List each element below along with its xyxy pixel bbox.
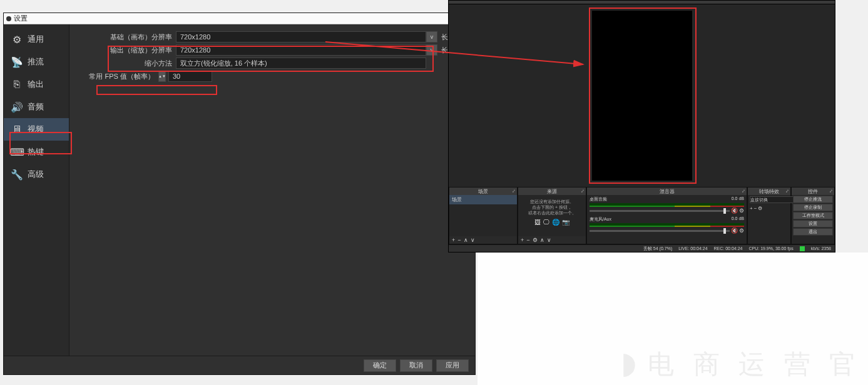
transitions-panel: 转场特效⤢ ▾ + − ⚙ bbox=[747, 187, 791, 244]
fps-row: 常用 FPS 值（帧率） ▲▼ bbox=[77, 70, 470, 82]
remove-icon[interactable]: − bbox=[526, 237, 529, 243]
status-live: LIVE: 00:04:24 bbox=[678, 246, 707, 251]
monitor-icon: 🖵 bbox=[543, 218, 549, 226]
volume-slider[interactable] bbox=[590, 210, 730, 212]
sidebar-label: 音频 bbox=[28, 101, 44, 112]
image-icon: 🖼 bbox=[534, 218, 541, 226]
globe-icon: 🌐 bbox=[552, 218, 559, 226]
downscale-input[interactable] bbox=[176, 58, 426, 69]
controls-body: 停止推流 停止录制 工作室模式 设置 退出 bbox=[792, 195, 834, 244]
mute-icon[interactable]: 🔇 bbox=[731, 228, 738, 234]
status-dropped: 丢帧 54 (0.7%) bbox=[643, 246, 672, 252]
sidebar-label: 视频 bbox=[28, 124, 44, 135]
apply-button[interactable]: 应用 bbox=[436, 359, 469, 372]
transitions-body: ▾ + − ⚙ bbox=[748, 195, 790, 244]
status-cpu: CPU: 19.9%, 30.00 fps bbox=[748, 246, 793, 251]
remove-icon[interactable]: − bbox=[754, 206, 757, 211]
sidebar-item-general[interactable]: ⚙ 通用 bbox=[4, 28, 69, 51]
sidebar-label: 高级 bbox=[28, 169, 44, 180]
monitor-icon: 🖥 bbox=[10, 124, 24, 135]
audio-meter bbox=[590, 203, 744, 207]
sidebar-item-stream[interactable]: 📡 推流 bbox=[4, 51, 69, 73]
ok-button[interactable]: 确定 bbox=[364, 359, 396, 372]
mixer-header: 混音器⤢ bbox=[587, 188, 747, 195]
controls-panel: 控件⤢ 停止推流 停止录制 工作室模式 设置 退出 bbox=[791, 187, 835, 244]
camera-icon: 📷 bbox=[562, 218, 569, 226]
status-bar: 丢帧 54 (0.7%) LIVE: 00:04:24 REC: 00:04:2… bbox=[449, 244, 835, 252]
cancel-button[interactable]: 取消 bbox=[400, 359, 432, 372]
gear-icon[interactable]: ⚙ bbox=[533, 237, 538, 243]
sidebar-item-audio[interactable]: 🔊 音频 bbox=[4, 96, 69, 118]
gear-icon[interactable]: ⚙ bbox=[739, 228, 744, 234]
add-icon[interactable]: + bbox=[452, 237, 455, 243]
output-res-label: 输出（缩放）分辨率 bbox=[94, 46, 176, 55]
sidebar-label: 热键 bbox=[28, 146, 44, 158]
sidebar-item-hotkeys[interactable]: ⌨ 热键 bbox=[4, 141, 69, 163]
scenes-panel: 场景⤢ 场景 + − ∧ ∨ bbox=[449, 187, 518, 244]
sources-panel: 来源⤢ 您还没有添加任何源。 点击下面的 + 按钮， 或者右击此处添加一个。 🖼… bbox=[518, 187, 586, 244]
sources-body[interactable]: 您还没有添加任何源。 点击下面的 + 按钮， 或者右击此处添加一个。 🖼 🖵 🌐… bbox=[518, 195, 586, 236]
scenes-header: 场景⤢ bbox=[449, 188, 517, 195]
volume-slider[interactable] bbox=[590, 230, 730, 232]
settings-footer: 确定 取消 应用 bbox=[4, 356, 475, 374]
mixer-track-mic: 麦克风/Aux 0.0 dB 🔇 ⚙ bbox=[587, 215, 747, 235]
base-res-input[interactable] bbox=[176, 31, 426, 42]
open-settings-button[interactable]: 设置 bbox=[793, 220, 833, 228]
studio-mode-button[interactable]: 工作室模式 bbox=[793, 212, 833, 219]
highlight-preview bbox=[589, 8, 697, 184]
down-icon[interactable]: ∨ bbox=[547, 237, 551, 243]
stop-record-button[interactable]: 停止录制 bbox=[793, 204, 833, 211]
fps-label: 常用 FPS 值（帧率） bbox=[77, 72, 158, 81]
preview-area[interactable] bbox=[449, 4, 835, 187]
downscale-row: 缩小方法 bbox=[94, 57, 470, 69]
add-icon[interactable]: + bbox=[750, 206, 753, 211]
output-resolution-row: 输出（缩放）分辨率 v 长宽 bbox=[94, 44, 470, 56]
stop-stream-button[interactable]: 停止推流 bbox=[793, 196, 833, 203]
expand-icon[interactable]: ⤢ bbox=[581, 189, 585, 194]
gear-icon[interactable]: ⚙ bbox=[739, 208, 744, 214]
expand-icon[interactable]: ⤢ bbox=[512, 189, 516, 194]
scene-item[interactable]: 场景 bbox=[449, 195, 517, 204]
gear-icon: ⚙ bbox=[10, 34, 24, 46]
output-res-input[interactable] bbox=[176, 44, 426, 56]
expand-icon[interactable]: ⤢ bbox=[829, 189, 833, 194]
spinner-icon[interactable]: ▲▼ bbox=[158, 71, 166, 82]
sidebar-label: 输出 bbox=[28, 79, 44, 90]
remove-icon[interactable]: − bbox=[457, 237, 461, 243]
settings-content: 基础（画布）分辨率 v 长宽 输出（缩放）分辨率 v 长宽 缩小方法 常用 FP… bbox=[69, 24, 475, 356]
gear-icon[interactable]: ⚙ bbox=[758, 206, 762, 211]
antenna-icon: 📡 bbox=[10, 56, 24, 68]
sidebar-label: 通用 bbox=[28, 34, 44, 45]
settings-sidebar: ⚙ 通用 📡 推流 ⎘ 输出 🔊 音频 🖥 视频 ⌨ 热键 bbox=[4, 24, 69, 356]
obs-logo-icon bbox=[6, 16, 11, 21]
dropdown-arrow-icon[interactable]: v bbox=[426, 44, 437, 56]
up-icon[interactable]: ∧ bbox=[540, 237, 544, 243]
scenes-body[interactable]: 场景 bbox=[449, 195, 517, 236]
settings-window: 设置 ⚙ 通用 📡 推流 ⎘ 输出 🔊 音频 🖥 视频 bbox=[3, 12, 476, 375]
exit-button[interactable]: 退出 bbox=[793, 228, 833, 236]
down-icon[interactable]: ∨ bbox=[471, 237, 475, 243]
output-icon: ⎘ bbox=[10, 79, 24, 90]
transitions-header: 转场特效⤢ bbox=[748, 188, 790, 195]
settings-body: ⚙ 通用 📡 推流 ⎘ 输出 🔊 音频 🖥 视频 ⌨ 热键 bbox=[4, 24, 475, 356]
settings-titlebar: 设置 bbox=[4, 13, 475, 24]
sidebar-item-advanced[interactable]: 🔧 高级 bbox=[4, 163, 69, 186]
settings-title: 设置 bbox=[14, 14, 28, 23]
speaker-icon: 🔊 bbox=[10, 101, 24, 113]
sidebar-item-video[interactable]: 🖥 视频 bbox=[4, 118, 69, 141]
add-icon[interactable]: + bbox=[521, 237, 524, 243]
sources-hint-icons: 🖼 🖵 🌐 📷 bbox=[518, 218, 586, 226]
expand-icon[interactable]: ⤢ bbox=[742, 189, 745, 194]
fps-input[interactable] bbox=[168, 71, 212, 82]
mute-icon[interactable]: 🔇 bbox=[731, 208, 738, 214]
mixer-panel: 混音器⤢ 桌面音频 0.0 dB 🔇 ⚙ bbox=[586, 187, 747, 244]
sources-footer: + − ⚙ ∧ ∨ bbox=[518, 236, 586, 244]
status-kbps: kb/s: 2358 bbox=[811, 246, 831, 251]
scenes-footer: + − ∧ ∨ bbox=[449, 236, 517, 244]
expand-icon[interactable]: ⤢ bbox=[785, 189, 789, 194]
up-icon[interactable]: ∧ bbox=[464, 237, 468, 243]
sidebar-item-output[interactable]: ⎘ 输出 bbox=[4, 73, 69, 96]
dropdown-arrow-icon[interactable]: v bbox=[426, 31, 437, 42]
base-resolution-row: 基础（画布）分辨率 v 长宽 bbox=[94, 31, 470, 43]
wrench-icon: 🔧 bbox=[10, 169, 24, 181]
